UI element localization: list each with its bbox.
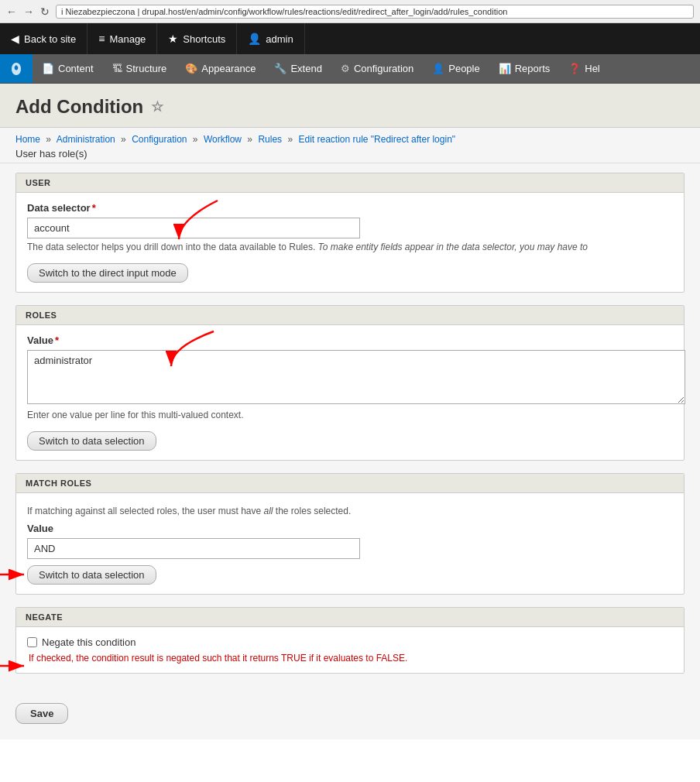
roles-switch-to-data-selection-button[interactable]: Switch to data selection <box>27 431 156 451</box>
roles-section-body: Value* administrator Enter one value per… <box>16 325 684 460</box>
negate-checkbox[interactable] <box>27 637 37 647</box>
menu-extend[interactable]: 🔧 Extend <box>265 54 331 83</box>
menu-people[interactable]: 👤 People <box>423 54 489 83</box>
admin-toolbar: ◀ Back to site ≡ Manage ★ Shortcuts 👤 ad… <box>0 23 700 54</box>
back-to-site-button[interactable]: ◀ Back to site <box>0 23 88 54</box>
admin-user-button[interactable]: 👤 admin <box>237 23 304 54</box>
breadcrumb-edit-rule[interactable]: Edit reaction rule "Redirect after login… <box>298 134 455 145</box>
roles-value-input[interactable]: administrator <box>27 350 685 404</box>
required-indicator: * <box>92 202 96 214</box>
save-area: Save <box>0 695 700 739</box>
menu-content[interactable]: 📄 Content <box>33 54 103 83</box>
user-section-body: Data selector* The data selector helps y… <box>16 193 684 292</box>
match-roles-description: If matching against all selected roles, … <box>27 506 673 516</box>
value-label: Value* <box>27 334 673 346</box>
negate-description: If checked, the condition result is nega… <box>29 653 673 664</box>
negate-section: NEGATE Negate this condition If checked,… <box>15 607 685 674</box>
manage-label: Manage <box>109 33 146 45</box>
page-content: Add Condition ☆ Home » Administration » … <box>0 84 700 739</box>
shortcuts-label: Shortcuts <box>183 33 225 45</box>
breadcrumb-rules[interactable]: Rules <box>258 134 282 145</box>
user-section-header: USER <box>16 173 684 193</box>
admin-label: admin <box>266 33 293 45</box>
menu-configuration[interactable]: ⚙ Configuration <box>331 54 423 83</box>
page-title: Add Condition ☆ <box>15 96 685 118</box>
breadcrumb-area: Home » Administration » Configuration » … <box>0 128 700 163</box>
page-header: Add Condition ☆ <box>0 84 700 128</box>
menu-help[interactable]: ❓ Hel <box>559 54 609 83</box>
roles-description: Enter one value per line for this multi-… <box>27 410 673 420</box>
structure-icon: 🏗 <box>112 63 122 74</box>
roles-section-header: ROLES <box>16 306 684 325</box>
user-icon: 👤 <box>248 33 261 45</box>
negate-checkbox-label[interactable]: Negate this condition <box>42 636 136 648</box>
extend-icon: 🔧 <box>274 63 287 74</box>
drupal-menu: 📄 Content 🏗 Structure 🎨 Appearance 🔧 Ext… <box>0 54 700 84</box>
url-bar[interactable]: i Niezabezpieczona | drupal.host/en/admi… <box>56 5 694 19</box>
breadcrumb-config[interactable]: Configuration <box>132 134 187 145</box>
menu-appearance[interactable]: 🎨 Appearance <box>176 54 265 83</box>
shortcuts-button[interactable]: ★ Shortcuts <box>157 23 237 54</box>
negate-section-header: NEGATE <box>16 608 684 627</box>
match-roles-section-body: If matching against all selected roles, … <box>16 493 684 594</box>
user-section: USER Data selector* The data selector he… <box>15 173 685 293</box>
save-button[interactable]: Save <box>15 703 68 724</box>
match-roles-section: MATCH ROLES If matching against all sele… <box>15 473 685 595</box>
page-title-text: Add Condition <box>15 96 143 118</box>
bookmark-icon[interactable]: ☆ <box>151 98 163 115</box>
menu-reports[interactable]: 📊 Reports <box>489 54 560 83</box>
back-icon: ◀ <box>11 33 19 45</box>
appearance-icon: 🎨 <box>185 63 197 74</box>
reload-button[interactable]: ↻ <box>40 5 50 18</box>
match-roles-switch-button[interactable]: Switch to data selection <box>27 565 156 585</box>
negate-section-body: Negate this condition If checked, the co… <box>16 627 684 673</box>
drupal-logo[interactable] <box>0 54 33 83</box>
back-to-site-label: Back to site <box>24 33 76 45</box>
menu-icon: ≡ <box>98 33 105 45</box>
config-icon: ⚙ <box>341 63 350 74</box>
data-selector-input[interactable] <box>27 218 360 238</box>
back-button[interactable]: ← <box>6 5 17 18</box>
roles-section: ROLES Value* administrator Enter one val… <box>15 305 685 461</box>
browser-bar: ← → ↻ i Niezabezpieczona | drupal.host/e… <box>0 0 700 23</box>
match-roles-value-input[interactable] <box>27 538 360 559</box>
page-subtitle: User has role(s) <box>15 148 685 159</box>
people-icon: 👤 <box>432 63 444 74</box>
forward-button[interactable]: → <box>23 5 34 18</box>
help-icon: ❓ <box>568 63 581 74</box>
switch-to-direct-input-button[interactable]: Switch to the direct input mode <box>27 263 188 283</box>
menu-structure[interactable]: 🏗 Structure <box>103 54 177 83</box>
manage-button[interactable]: ≡ Manage <box>88 23 157 54</box>
data-selector-description: The data selector helps you drill down i… <box>27 242 673 252</box>
breadcrumb-home[interactable]: Home <box>15 134 40 145</box>
negate-checkbox-row: Negate this condition <box>27 636 673 648</box>
breadcrumb-workflow[interactable]: Workflow <box>204 134 242 145</box>
form-sections: USER Data selector* The data selector he… <box>0 163 700 695</box>
match-roles-section-header: MATCH ROLES <box>16 474 684 493</box>
content-icon: 📄 <box>42 63 54 74</box>
reports-icon: 📊 <box>499 63 511 74</box>
breadcrumb-admin[interactable]: Administration <box>57 134 115 145</box>
match-roles-value-label: Value <box>27 523 673 534</box>
data-selector-label: Data selector* <box>27 202 673 214</box>
breadcrumb: Home » Administration » Configuration » … <box>15 134 685 145</box>
required-indicator-roles: * <box>55 334 59 346</box>
star-icon: ★ <box>168 33 178 45</box>
